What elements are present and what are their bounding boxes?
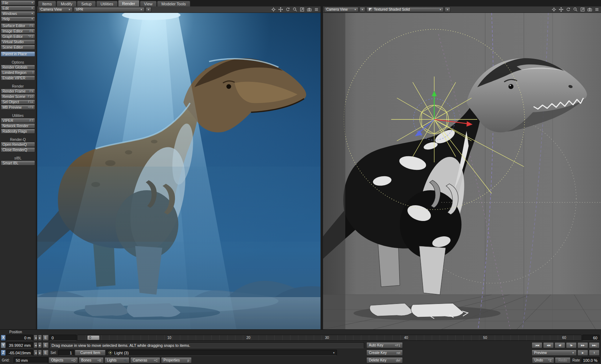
x-value-field[interactable]: 0 m: [6, 335, 33, 341]
viewport-menu-icon[interactable]: [313, 7, 319, 12]
x-envelope-button[interactable]: E: [43, 335, 49, 341]
render-mode-dropdown[interactable]: Textured Shaded Solid▼: [366, 7, 444, 12]
lights-mode-button[interactable]: Lights+L: [104, 357, 130, 363]
viewport-flyout-button[interactable]: ▼: [360, 7, 365, 12]
play-button[interactable]: ▶: [577, 350, 588, 356]
center-view-icon[interactable]: [551, 7, 557, 12]
x-step-left-icon[interactable]: ◀: [34, 335, 38, 341]
auto-key-button[interactable]: Auto Key+F1: [366, 342, 403, 348]
menu-help[interactable]: Help▼: [1, 16, 35, 21]
view-type-dropdown[interactable]: Camera View▼: [38, 7, 73, 12]
sidebar-item-smart-ibl[interactable]: Smart IBL: [1, 161, 35, 166]
previous-key-button[interactable]: ◀◀: [543, 342, 554, 348]
sidebar-item-scene-editor[interactable]: Scene Editor: [1, 45, 35, 50]
current-frame-field[interactable]: 0: [49, 335, 77, 341]
menu-edit[interactable]: Edit▼: [1, 6, 35, 11]
button-label: Render Scene: [3, 95, 25, 99]
sidebar-item-network-render[interactable]: Network Render: [1, 123, 35, 128]
viewport-menu-icon[interactable]: [593, 7, 600, 12]
current-item-dropdown[interactable]: Light (3) ▼: [106, 350, 337, 356]
sidebar-item-sel-object[interactable]: Sel ObjectF11: [1, 99, 35, 104]
viewport-right-canvas[interactable]: [323, 13, 601, 329]
sidebar-item-par​ent-in-place[interactable]: Parent in Place: [1, 51, 35, 56]
sidebar-item-enable-viper[interactable]: Enable VIPER: [1, 75, 35, 80]
sidebar-item-graph-editor[interactable]: Graph Editor^F2: [1, 34, 35, 39]
sidebar-item-render-frame[interactable]: Render FrameF9: [1, 89, 35, 94]
bottom-panel: Position X 0 m ◀▶ E 0 0 10 20 30 40 50 6…: [0, 329, 601, 364]
step-back-button[interactable]: ◀‖: [554, 342, 565, 348]
tab-utilities[interactable]: Utilities: [96, 1, 117, 6]
zoom-view-icon[interactable]: [292, 7, 298, 12]
redo-button[interactable]: Redo: [555, 357, 571, 363]
tab-items[interactable]: Items: [38, 1, 56, 6]
end-frame-field[interactable]: 60: [582, 335, 600, 341]
menu-windows[interactable]: Windows▼: [1, 11, 35, 16]
tab-render[interactable]: Render: [118, 0, 140, 6]
sidebar-item-open-renderq[interactable]: Open RenderQ: [1, 142, 35, 147]
x-step-right-icon[interactable]: ▶: [38, 335, 42, 341]
sel-count-field[interactable]: 1: [58, 350, 74, 356]
sidebar-item-virtual-studio[interactable]: Virtual Studio: [1, 39, 35, 44]
z-step-right-icon[interactable]: ▶: [38, 350, 42, 356]
sidebar-item-viper[interactable]: VIPERF7: [1, 118, 35, 123]
maximize-view-icon[interactable]: [299, 7, 305, 12]
properties-button[interactable]: Propertiesp: [161, 357, 192, 363]
zoom-view-icon[interactable]: [572, 7, 578, 12]
step-forward-button[interactable]: ‖▶: [566, 342, 577, 348]
pan-view-icon[interactable]: [558, 7, 564, 12]
y-value-field[interactable]: 39.9992 mm: [6, 342, 33, 348]
tab-modify[interactable]: Modify: [57, 1, 77, 6]
sidebar-item-radiosity-flags[interactable]: Radiosity Flags: [1, 129, 35, 134]
x-axis-badge[interactable]: X: [1, 335, 6, 341]
timeline-ruler[interactable]: 0 10 20 30 40 50 60 0: [77, 335, 582, 341]
tab-modeler-tools[interactable]: Modeler Tools: [157, 1, 190, 6]
render-mode-dropdown[interactable]: VPR▼: [74, 7, 145, 12]
objects-mode-button[interactable]: Objects+O: [49, 357, 78, 363]
pause-button[interactable]: ‖: [589, 350, 600, 356]
sidebar-item-render-scene[interactable]: Render SceneF10: [1, 94, 35, 99]
z-axis-badge[interactable]: Z: [1, 350, 6, 356]
bones-mode-button[interactable]: Bones+B: [79, 357, 104, 363]
cameras-mode-button[interactable]: Cameras+C: [130, 357, 160, 363]
y-step-right-icon[interactable]: ▶: [38, 342, 42, 348]
y-step-left-icon[interactable]: ◀: [34, 342, 38, 348]
viewport-flyout-button[interactable]: ▼: [146, 7, 151, 12]
camera-icon[interactable]: [586, 7, 593, 12]
go-to-end-button[interactable]: ▶▶|: [589, 342, 600, 348]
y-envelope-button[interactable]: E: [43, 342, 49, 348]
shortcut-hint: l: [33, 71, 33, 74]
preview-dropdown[interactable]: Preview▼: [532, 350, 577, 356]
timeline-scrubber[interactable]: 0: [87, 335, 99, 340]
sidebar-item-close-renderq[interactable]: Close RenderQ: [1, 147, 35, 152]
view-type-dropdown[interactable]: Camera View▼: [324, 7, 358, 12]
viewport-left-canvas[interactable]: [37, 13, 321, 329]
sidebar-item-surface-editor[interactable]: Surface EditorF5: [1, 23, 35, 28]
sidebar-item-mb-preview[interactable]: MB Preview+F9: [1, 105, 35, 110]
rotate-view-icon[interactable]: [565, 7, 571, 12]
group-header-utilities: Utilities: [1, 113, 35, 118]
camera-icon[interactable]: [306, 7, 312, 12]
next-key-button[interactable]: ▶▶: [577, 342, 588, 348]
sidebar-item-limited-region[interactable]: Limited Regionl: [1, 70, 35, 75]
z-step-left-icon[interactable]: ◀: [34, 350, 38, 356]
shortcut-hint: F11: [28, 100, 33, 104]
rotate-view-icon[interactable]: [284, 7, 291, 12]
tab-view[interactable]: View: [140, 1, 157, 6]
menu-file[interactable]: File▼: [1, 0, 35, 5]
go-to-start-button[interactable]: |◀◀: [532, 342, 542, 348]
shortcut-hint: ^Z: [548, 359, 552, 362]
z-envelope-button[interactable]: E: [43, 350, 49, 356]
viewport-flyout-button[interactable]: ▼: [445, 7, 450, 12]
delete-key-button[interactable]: Delete Keydel: [366, 357, 403, 363]
create-key-button[interactable]: Create Keyret: [366, 350, 403, 356]
y-axis-badge[interactable]: Y: [1, 342, 6, 348]
pan-view-icon[interactable]: [277, 7, 284, 12]
center-view-icon[interactable]: [270, 7, 277, 12]
current-item-button[interactable]: Current Item: [75, 350, 106, 356]
maximize-view-icon[interactable]: [579, 7, 586, 12]
tab-setup[interactable]: Setup: [77, 1, 96, 6]
sidebar-item-image-editor[interactable]: Image EditorF6: [1, 29, 35, 34]
undo-button[interactable]: Undo^Z: [532, 357, 554, 363]
sidebar-item-render-globals[interactable]: Render Globals: [1, 65, 35, 70]
z-value-field[interactable]: -65.0419mm: [6, 350, 33, 356]
